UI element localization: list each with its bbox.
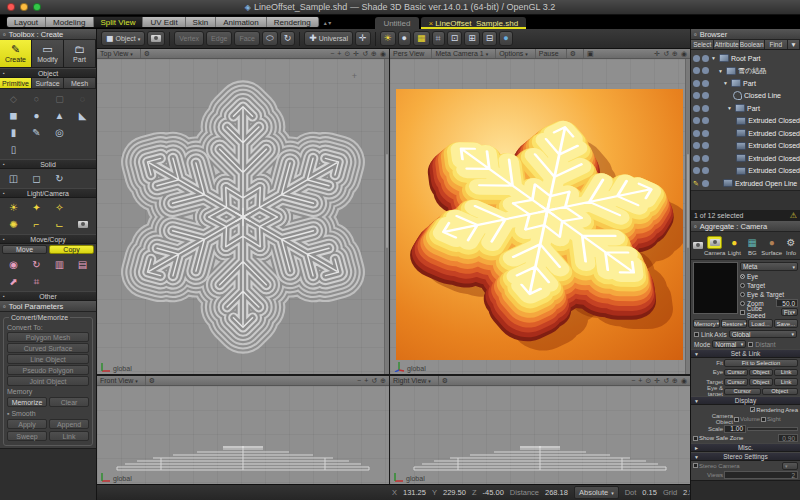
wedge-tool-icon[interactable]: ◣	[71, 107, 94, 124]
zoom-window-icon[interactable]	[33, 3, 41, 11]
doc-tab-active[interactable]: × LineOffset_Sample.shd	[421, 17, 527, 29]
gear-icon[interactable]: ⚙	[438, 376, 451, 385]
memory-button[interactable]: Memory▾	[693, 319, 720, 328]
top-view-header[interactable]: Top View▾ ⚙ −+⊙✛↺⊕◉	[97, 49, 389, 59]
pers-view-header[interactable]: Pers View Meta Camera 1▾ Options▾ Pause …	[390, 49, 690, 59]
visibility-toggle-icon[interactable]	[702, 130, 709, 137]
render-toggle-icon[interactable]	[693, 167, 700, 174]
part-mode-button[interactable]: 🗀Part	[64, 40, 96, 67]
panel-dot-icon[interactable]: ▫	[3, 302, 6, 311]
magnify-icon[interactable]: ⊙	[344, 50, 350, 58]
zoom-lens-icon[interactable]: ⊕	[672, 377, 678, 385]
camera-selector[interactable]: Meta Camera 1▾	[431, 49, 491, 58]
render-toggle-icon[interactable]	[693, 92, 700, 99]
filter-icon[interactable]: ▼	[788, 40, 800, 49]
right-view-header[interactable]: Right View▾ ⚙ −+⊙✛↺⊕◉	[390, 376, 690, 386]
top-view-canvas[interactable]: + global	[97, 59, 389, 374]
copy-button[interactable]: Copy	[49, 245, 94, 254]
translate-tool-icon[interactable]: ◉	[2, 256, 25, 273]
tab-info[interactable]: ⚙Info	[782, 236, 800, 256]
sweep-button[interactable]: Sweep	[7, 431, 47, 441]
tree-row[interactable]: Extruded Closed	[691, 165, 800, 178]
zoom-value-field[interactable]: 50.0	[776, 299, 798, 307]
doc-tab-untitled[interactable]: Untitled	[375, 17, 418, 29]
tree-row[interactable]: ▼ 雪の結晶	[691, 65, 800, 78]
pen-tool-icon[interactable]: ✎	[25, 124, 48, 141]
chevron-down-icon[interactable]: ▾	[130, 51, 133, 57]
display-section-header[interactable]: ▼Display	[691, 396, 800, 405]
pers-view-scrollbar[interactable]	[685, 59, 690, 374]
solid-sweep-icon[interactable]: ↻	[48, 170, 71, 187]
convert-polygon-mesh-button[interactable]: Polygon Mesh	[7, 332, 89, 342]
pers-view-canvas[interactable]: global	[390, 59, 690, 374]
eye-object-button[interactable]: Object	[749, 369, 773, 377]
front-viewport[interactable]: Front View▾ ⚙ −+↺⊕	[97, 376, 389, 484]
light-camera-section-header[interactable]: ▪Light/Camera	[0, 188, 96, 198]
render-sphere-icon[interactable]: ●	[499, 31, 512, 46]
chevron-down-icon[interactable]: ▾	[135, 378, 138, 384]
visibility-toggle-icon[interactable]	[702, 105, 709, 112]
eye-target-radio[interactable]: Eye & Target	[740, 290, 798, 298]
sphere-preview-icon[interactable]: ●	[398, 31, 411, 46]
save-button[interactable]: Save...	[774, 319, 798, 328]
tab-layout[interactable]: Layout	[7, 17, 46, 27]
tab-skin[interactable]: Skin	[186, 17, 217, 27]
target-object-button[interactable]: Object	[749, 378, 773, 386]
pointlight-tool-icon[interactable]: ✧	[48, 199, 71, 216]
target-radio[interactable]: Target	[740, 281, 798, 289]
safe-zone-checkbox[interactable]	[693, 436, 698, 441]
monitor-wide-icon[interactable]: ⊟	[482, 31, 498, 46]
render-preview-icon[interactable]: ◉	[681, 377, 687, 385]
apply-button[interactable]: Apply	[7, 419, 47, 429]
tab-rendering[interactable]: Rendering	[267, 17, 319, 27]
visibility-toggle-icon[interactable]	[702, 92, 709, 99]
tree-row[interactable]: Extruded Closed	[691, 115, 800, 128]
minimize-window-icon[interactable]	[20, 3, 28, 11]
distant-checkbox[interactable]	[748, 342, 753, 347]
convert-joint-object-button[interactable]: Joint Object	[7, 376, 89, 386]
browser-find-button[interactable]: Find	[765, 40, 788, 49]
visibility-toggle-icon[interactable]	[702, 142, 709, 149]
display-mode-icon[interactable]: ▣	[583, 49, 597, 58]
cylinder-tool-icon[interactable]: ▮	[2, 124, 25, 141]
zoom-in-icon[interactable]: +	[337, 50, 341, 57]
eyetarget-object-button[interactable]: Object	[762, 388, 799, 396]
visibility-toggle-icon[interactable]	[702, 55, 709, 62]
set-link-section-header[interactable]: ▼Set & Link	[691, 349, 800, 358]
browser-select-button[interactable]: Select	[691, 40, 714, 49]
pan-icon[interactable]: ✛	[353, 50, 359, 58]
render-toggle-icon[interactable]	[693, 80, 700, 87]
safe-zone-field[interactable]: 0.90	[778, 434, 798, 442]
stereo-camera-checkbox[interactable]	[693, 463, 698, 468]
render-toggle-icon[interactable]	[693, 117, 700, 124]
browser-attribute-button[interactable]: Attribute	[714, 40, 739, 49]
render-toggle-icon[interactable]	[693, 105, 700, 112]
universal-manipulator-button[interactable]: ✚Universal	[304, 31, 353, 46]
orbit-icon[interactable]: ↺	[362, 50, 368, 58]
object-browser-tree[interactable]: ▼ Root Part ▼ 雪の結晶 ▼ Part Closed Line	[691, 50, 800, 190]
right-view-canvas[interactable]: global	[390, 386, 690, 484]
restore-button[interactable]: Restore▾	[721, 319, 747, 328]
target-link-button[interactable]: Link	[774, 378, 798, 386]
render-preview-icon[interactable]: ◉	[380, 50, 386, 58]
tree-row[interactable]: ✎ Extruded Open Line	[691, 177, 800, 190]
render-toggle-icon[interactable]	[693, 55, 700, 62]
solid-cut-icon[interactable]: ◻	[25, 170, 48, 187]
monitor-single-icon[interactable]: ⊡	[447, 31, 463, 46]
eye-link-button[interactable]: Link	[774, 369, 798, 377]
convert-pseudo-polygon-button[interactable]: Pseudo Polygon	[7, 365, 89, 375]
other-section-header[interactable]: ▪Other	[0, 291, 96, 301]
camera-list-icon[interactable]	[691, 242, 704, 249]
gear-icon[interactable]: ⚙	[145, 376, 158, 385]
convert-line-object-button[interactable]: Line Object	[7, 354, 89, 364]
zoom-lens-icon[interactable]: ⊕	[380, 377, 386, 385]
camera-select-button[interactable]	[147, 31, 165, 46]
render-toggle-icon[interactable]	[693, 67, 700, 74]
coordinate-mode-dropdown[interactable]: Absolute▾	[574, 486, 619, 499]
magnify-icon[interactable]: ⊙	[645, 377, 651, 385]
sight-checkbox[interactable]	[761, 417, 766, 422]
cone-tool-icon[interactable]: ▲	[48, 107, 71, 124]
close-tab-icon[interactable]: ×	[429, 19, 434, 28]
solid-section-header[interactable]: ▪Solid	[0, 159, 96, 169]
axis-icon[interactable]: ✛	[355, 31, 371, 46]
